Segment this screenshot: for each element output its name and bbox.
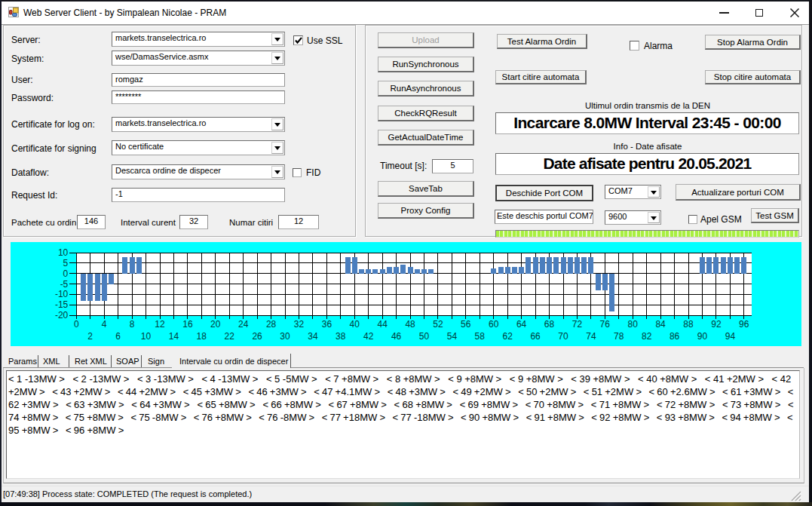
svg-text:46: 46 <box>391 331 402 342</box>
svg-text:48: 48 <box>405 319 415 330</box>
svg-text:14: 14 <box>169 331 179 342</box>
svg-text:76: 76 <box>600 319 611 330</box>
svg-text:74: 74 <box>586 331 596 342</box>
svg-text:50: 50 <box>419 331 430 342</box>
svg-text:28: 28 <box>266 319 277 330</box>
svg-text:-5: -5 <box>60 279 69 290</box>
svg-text:64: 64 <box>516 319 527 330</box>
svg-text:94: 94 <box>725 331 736 342</box>
svg-text:66: 66 <box>530 331 541 342</box>
svg-text:10: 10 <box>141 331 152 342</box>
svg-text:96: 96 <box>739 319 749 330</box>
svg-text:22: 22 <box>225 331 235 342</box>
svg-text:70: 70 <box>558 331 568 342</box>
svg-text:78: 78 <box>614 331 624 342</box>
svg-text:34: 34 <box>308 331 318 342</box>
svg-text:18: 18 <box>197 331 207 342</box>
svg-text:24: 24 <box>238 319 249 330</box>
svg-text:30: 30 <box>280 331 290 342</box>
svg-text:-15: -15 <box>55 299 69 310</box>
svg-text:4: 4 <box>102 319 107 330</box>
svg-text:0: 0 <box>74 319 79 330</box>
svg-text:58: 58 <box>475 331 486 342</box>
svg-text:60: 60 <box>489 319 499 330</box>
svg-text:42: 42 <box>363 331 374 342</box>
svg-text:88: 88 <box>683 319 694 330</box>
svg-text:52: 52 <box>433 319 443 330</box>
svg-text:32: 32 <box>294 319 305 330</box>
svg-text:-10: -10 <box>55 289 69 299</box>
svg-text:0: 0 <box>63 268 69 279</box>
svg-text:10: 10 <box>58 247 69 258</box>
svg-text:16: 16 <box>182 319 193 330</box>
svg-text:68: 68 <box>544 319 555 330</box>
svg-text:44: 44 <box>378 319 388 330</box>
svg-text:8: 8 <box>130 319 135 330</box>
svg-text:40: 40 <box>350 319 360 330</box>
svg-text:2: 2 <box>87 331 93 342</box>
svg-text:56: 56 <box>461 319 471 330</box>
svg-text:62: 62 <box>503 331 513 342</box>
svg-text:84: 84 <box>655 319 666 330</box>
svg-text:5: 5 <box>63 258 69 268</box>
svg-text:54: 54 <box>447 331 458 342</box>
svg-text:90: 90 <box>697 331 708 342</box>
svg-text:38: 38 <box>336 331 346 342</box>
svg-text:26: 26 <box>252 331 262 342</box>
svg-text:92: 92 <box>711 319 722 330</box>
svg-text:82: 82 <box>642 331 652 342</box>
svg-text:6: 6 <box>115 331 121 342</box>
svg-text:72: 72 <box>572 319 583 330</box>
svg-text:20: 20 <box>210 319 221 330</box>
svg-text:-20: -20 <box>55 310 69 320</box>
svg-text:86: 86 <box>670 331 680 342</box>
svg-text:12: 12 <box>155 319 165 330</box>
svg-text:80: 80 <box>628 319 639 330</box>
svg-text:36: 36 <box>322 319 332 330</box>
